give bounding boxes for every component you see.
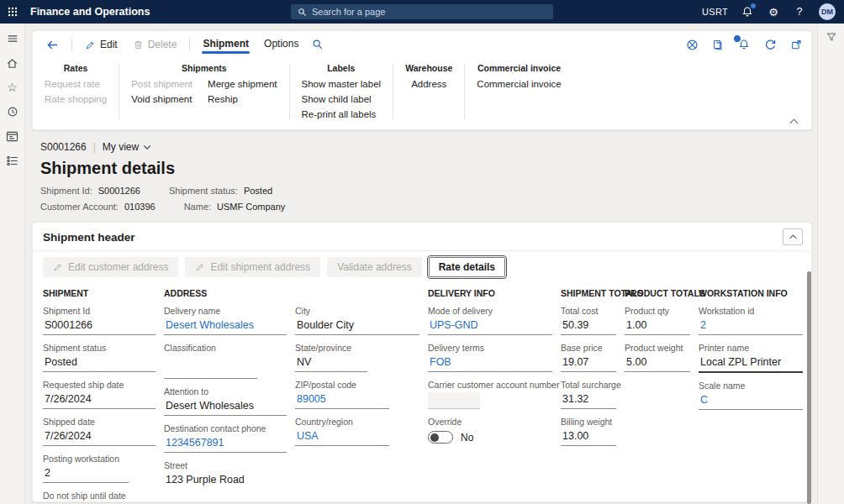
show-master-label-button[interactable]: Show master label	[302, 79, 382, 89]
delivery-terms-field[interactable]: FOB	[428, 355, 552, 372]
global-search-input[interactable]: Search for a page	[291, 4, 553, 19]
back-button[interactable]	[41, 37, 64, 53]
validate-address-button[interactable]: Validate address	[327, 257, 422, 277]
user-avatar[interactable]: DM	[819, 3, 836, 20]
command-bar-right-icons	[685, 38, 803, 51]
scale-name-field[interactable]: C	[699, 393, 803, 410]
chevron-up-icon	[789, 234, 798, 240]
refresh-icon[interactable]	[763, 38, 777, 51]
reship-button[interactable]: Reship	[208, 94, 277, 104]
page-title: Shipment details	[40, 159, 817, 178]
app-title[interactable]: Finance and Operations	[30, 6, 150, 18]
country-region-field[interactable]: USA	[295, 429, 389, 446]
show-child-label-button[interactable]: Show child label	[302, 94, 382, 104]
shipped-date-field[interactable]: 7/26/2024	[43, 429, 156, 446]
rate-details-button[interactable]: Rate details	[429, 257, 505, 277]
ribbon-group-warehouse: Warehouse Address	[393, 63, 464, 89]
request-rate-button[interactable]: Request rate	[45, 79, 107, 89]
classification-field[interactable]	[164, 355, 257, 379]
section-title: Shipment header	[43, 231, 135, 244]
page-meta-row-2: Customer Account: 010396 Name: USMF Comp…	[40, 202, 817, 212]
messages-bell-icon[interactable]	[737, 38, 751, 51]
rate-shopping-button[interactable]: Rate shopping	[45, 94, 107, 104]
column-address: ADDRESS Delivery name Desert Wholesales …	[164, 288, 287, 502]
ribbon-group-rates: Rates Request rate Rate shopping	[43, 63, 119, 104]
collapse-section-button[interactable]	[783, 228, 803, 245]
override-toggle-state: No	[461, 432, 473, 444]
meta-value: S0001266	[98, 186, 140, 196]
page-meta-row-1: Shipment Id: S0001266 Shipment status: P…	[40, 186, 817, 196]
notifications-bell-icon[interactable]	[741, 5, 754, 18]
collapse-ribbon-chevron-icon[interactable]	[789, 118, 799, 125]
destination-contact-phone-field[interactable]: 1234567891	[164, 436, 287, 453]
delete-button[interactable]: Delete	[128, 36, 182, 53]
merge-shipment-button[interactable]: Merge shipment	[208, 79, 277, 89]
record-id[interactable]: S0001266	[40, 141, 87, 153]
open-in-new-window-icon[interactable]	[789, 38, 803, 51]
zip-postal-code-field[interactable]: 89005	[295, 392, 389, 409]
column-product-totals: PRODUCT TOTALS Product qty 1.00 Product …	[625, 288, 690, 502]
city-field[interactable]: Boulder City	[295, 318, 419, 335]
workspaces-icon[interactable]	[6, 129, 19, 143]
street-field[interactable]: 123 Purple Road	[164, 473, 287, 502]
delete-trash-icon	[133, 39, 144, 50]
column-address-continued: City Boulder City State/province NV ZIP/…	[295, 288, 419, 502]
settings-gear-icon[interactable]: ⚙	[767, 5, 780, 18]
edit-pencil-icon	[195, 262, 205, 272]
filter-funnel-icon[interactable]	[825, 30, 838, 44]
address-button[interactable]: Address	[411, 79, 446, 89]
breadcrumb-separator: |	[93, 141, 96, 153]
expand-menu-icon[interactable]	[6, 32, 19, 45]
topbar-right-cluster: USRT ⚙ ? DM	[702, 3, 844, 20]
home-icon[interactable]	[6, 56, 19, 70]
meta-label: Customer Account:	[40, 202, 119, 212]
delivery-name-field[interactable]: Desert Wholesales	[164, 318, 287, 335]
workstation-id-field[interactable]: 2	[699, 318, 803, 335]
column-shipment-totals: SHIPMENT TOTALS Total cost 50.39 Base pr…	[561, 288, 616, 502]
ribbon: Rates Request rate Rate shopping Shipmen…	[33, 58, 811, 129]
vertical-scrollbar[interactable]	[807, 271, 811, 504]
posting-workstation-field[interactable]: 2	[43, 466, 129, 483]
command-search-icon[interactable]	[312, 39, 324, 50]
total-cost-field[interactable]: 50.39	[561, 318, 616, 335]
total-surcharge-field[interactable]: 31.32	[561, 392, 616, 409]
attention-to-field[interactable]: Desert Wholesales	[164, 399, 287, 416]
global-search-placeholder: Search for a page	[312, 7, 385, 17]
billing-weight-field[interactable]: 13.00	[561, 429, 616, 446]
product-weight-field[interactable]: 5.00	[625, 355, 690, 372]
post-shipment-button[interactable]: Post shipment	[131, 79, 193, 89]
tab-options[interactable]: Options	[259, 34, 303, 55]
edit-customer-address-button[interactable]: Edit customer address	[43, 257, 178, 277]
edit-shipment-address-button[interactable]: Edit shipment address	[185, 257, 320, 277]
office-apps-icon[interactable]	[711, 38, 725, 51]
mode-of-delivery-field[interactable]: UPS-GND	[428, 318, 552, 335]
carrier-customer-account-number-field	[428, 392, 480, 409]
app-launcher-icon[interactable]	[0, 0, 25, 24]
edit-pencil-icon	[85, 39, 96, 50]
modules-list-icon[interactable]	[6, 154, 19, 167]
shipment-status-field[interactable]: Posted	[43, 355, 156, 372]
divider	[189, 38, 190, 51]
help-icon[interactable]: ?	[793, 5, 806, 18]
reprint-all-labels-button[interactable]: Re-print all labels	[302, 109, 382, 119]
tab-shipment[interactable]: Shipment	[198, 34, 254, 55]
shipment-id-field[interactable]: S0001266	[43, 318, 156, 335]
commercial-invoice-button[interactable]: Commercial invoice	[477, 79, 561, 89]
meta-value: 010396	[124, 202, 156, 212]
favorites-star-icon[interactable]: ☆	[6, 81, 19, 94]
power-automate-icon[interactable]	[685, 38, 699, 51]
product-qty-field[interactable]: 1.00	[625, 318, 690, 335]
printer-name-field[interactable]: Local ZPL Printer	[699, 355, 803, 373]
left-navigation-rail: ☆	[0, 24, 25, 504]
section-header[interactable]: Shipment header	[33, 223, 811, 251]
void-shipment-button[interactable]: Void shipment	[131, 94, 193, 104]
recent-clock-icon[interactable]	[6, 105, 19, 118]
requested-ship-date-field[interactable]: 7/26/2024	[43, 392, 156, 409]
ribbon-group-labels: Labels Show master label Show child labe…	[290, 63, 393, 119]
state-province-field[interactable]: NV	[295, 355, 367, 372]
edit-button[interactable]: Edit	[80, 36, 123, 53]
environment-label[interactable]: USRT	[702, 7, 728, 17]
override-toggle[interactable]	[428, 431, 453, 444]
base-price-field[interactable]: 19.07	[561, 355, 616, 372]
view-selector[interactable]: My view	[103, 141, 151, 153]
